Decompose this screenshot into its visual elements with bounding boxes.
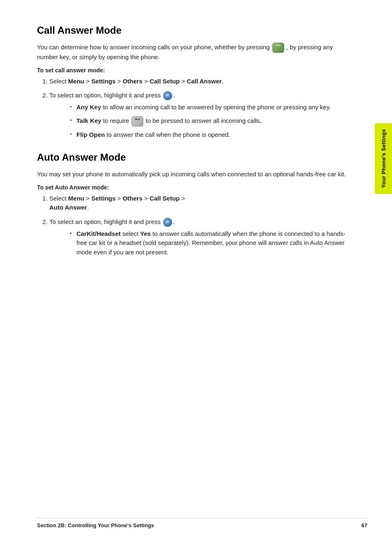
step1-autoanswer-s2: Auto Answer	[49, 204, 87, 211]
section2-instruction-label: To set Auto Answer mode:	[37, 184, 355, 191]
talkkey-label: Talk Key	[76, 117, 101, 124]
section2-heading: Auto Answer Mode	[37, 152, 355, 163]
step1-callsetup: Call Setup	[150, 78, 180, 85]
section1-intro: You can determine how to answer incoming…	[37, 43, 355, 62]
flipopen-label: Flip Open	[76, 131, 105, 138]
section-auto-answer: Auto Answer Mode You may set your phone …	[37, 152, 355, 257]
step1-callsetup-s2: Call Setup	[150, 195, 180, 202]
talk-key-icon-intro	[272, 43, 284, 53]
yes-label: Yes	[140, 230, 151, 237]
section2-step1: Select Menu > Settings > Others > Call S…	[49, 194, 355, 212]
section2-steps: Select Menu > Settings > Others > Call S…	[49, 194, 355, 257]
footer-right: 67	[362, 522, 367, 528]
bullet-anykey: Any Key to allow an incoming call to be …	[70, 103, 355, 112]
step1-menu: Menu	[68, 78, 84, 85]
footer-left: Section 2B: Controlling Your Phone's Set…	[37, 522, 154, 528]
page-container: Your Phone's Settings Call Answer Mode Y…	[0, 0, 392, 549]
section1-instruction-label: To set call answer mode:	[37, 67, 355, 74]
side-tab: Your Phone's Settings	[375, 123, 392, 194]
step1-settings-s2: Settings	[91, 195, 115, 202]
section2-intro: You may set your phone to automatically …	[37, 170, 355, 179]
step1-callanswer: Call Answer	[187, 78, 221, 85]
section-call-answer: Call Answer Mode You can determine how t…	[37, 25, 355, 139]
ok-icon-2	[163, 218, 172, 227]
bullet-carkit: CarKit/Headset select Yes to answer call…	[70, 229, 355, 257]
ok-icon-1	[163, 91, 172, 100]
step1-others: Others	[122, 78, 142, 85]
side-tab-label: Your Phone's Settings	[380, 129, 387, 188]
footer: Section 2B: Controlling Your Phone's Set…	[37, 518, 367, 528]
step1-settings: Settings	[91, 78, 115, 85]
talk-key-icon-bullet	[131, 116, 143, 126]
anykey-label: Any Key	[76, 104, 101, 111]
section1-step1: Select Menu > Settings > Others > Call S…	[49, 77, 355, 86]
bullet-flipopen: Flip Open to answer the call when the ph…	[70, 130, 355, 140]
step1-others-s2: Others	[122, 195, 142, 202]
section2-bullets: CarKit/Headset select Yes to answer call…	[70, 229, 355, 257]
carkit-label: CarKit/Headset	[76, 230, 121, 237]
section1-bullets: Any Key to allow an incoming call to be …	[70, 103, 355, 139]
section1-step2: To select an option, highlight it and pr…	[49, 91, 355, 139]
section1-heading: Call Answer Mode	[37, 25, 355, 36]
step1-menu-s2: Menu	[68, 195, 84, 202]
bullet-talkkey: Talk Key to require to be pressed to ans…	[70, 116, 355, 126]
section1-steps: Select Menu > Settings > Others > Call S…	[49, 77, 355, 140]
section2-step2: To select an option, highlight it and pr…	[49, 217, 355, 257]
